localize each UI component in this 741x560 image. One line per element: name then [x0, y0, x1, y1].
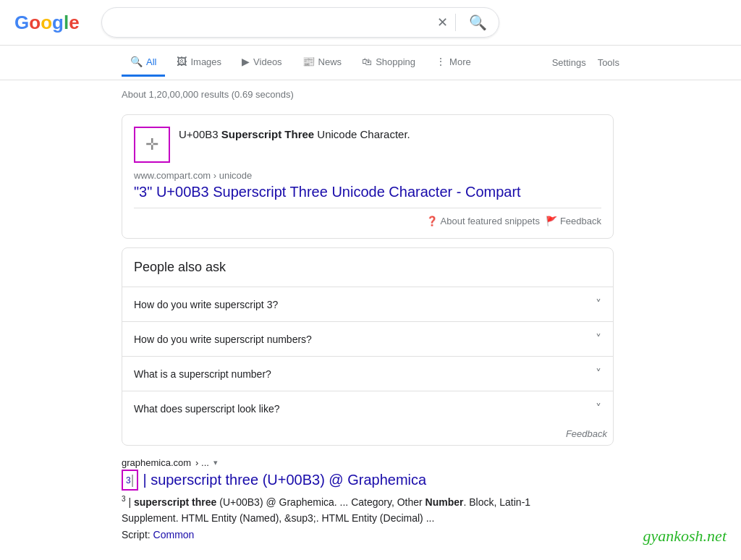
- paa-item-1[interactable]: How do you write superscript numbers? ˅: [122, 321, 613, 356]
- paa-question-1: How do you write superscript numbers?: [134, 334, 312, 345]
- nav-right: Settings Tools: [552, 57, 619, 68]
- shopping-icon: 🛍: [362, 56, 372, 67]
- more-icon: ⋮: [436, 56, 446, 67]
- results-info: About 1,20,00,000 results (0.69 seconds): [0, 83, 741, 106]
- result-dropdown-icon[interactable]: ▾: [213, 458, 218, 467]
- result-attribute-value[interactable]: Common: [153, 529, 195, 540]
- chevron-down-icon-1: ˅: [596, 332, 601, 346]
- result-snippet: 3 | superscript three (U+00B3) @ Graphem…: [122, 493, 614, 526]
- tab-shopping-label: Shopping: [376, 56, 415, 67]
- pipe-char: |: [131, 472, 135, 488]
- paa-question-0: How do you write superscript 3?: [134, 299, 278, 310]
- superscript-3-icon: 3: [126, 475, 131, 485]
- result-attribute: Script: Common: [122, 529, 614, 540]
- snippet-post-text: Unicode Character.: [314, 128, 410, 140]
- header: Google 3 NUMBER SUPERSCRIPT ✕ 🔍: [0, 0, 741, 46]
- tab-shopping[interactable]: 🛍 Shopping: [353, 48, 424, 77]
- tab-more[interactable]: ⋮ More: [427, 48, 480, 77]
- watermark: gyankosh.net: [643, 527, 727, 546]
- images-icon: 🖼: [177, 56, 187, 67]
- paa-question-3: What does superscript look like?: [134, 403, 280, 415]
- snippet-url: www.compart.com › unicode: [134, 170, 601, 181]
- tab-images-label: Images: [190, 56, 221, 67]
- snippet-text: U+00B3 Superscript Three Unicode Charact…: [179, 127, 410, 143]
- paa-item-0[interactable]: How do you write superscript 3? ˅: [122, 287, 613, 321]
- snippet-feedback-link[interactable]: 🚩 Feedback: [546, 216, 601, 226]
- videos-icon: ▶: [242, 56, 250, 67]
- featured-snippet: ✛ U+00B3 Superscript Three Unicode Chara…: [122, 114, 614, 239]
- result-attribute-label: Script:: [122, 529, 153, 540]
- paa-item-2[interactable]: What is a superscript number? ˅: [122, 356, 613, 391]
- result-snippet-line2: Supplement. HTML Entity (Named), &sup3;.…: [122, 512, 434, 524]
- about-snippets-label: About featured snippets: [441, 216, 540, 226]
- paa-question-2: What is a superscript number?: [134, 368, 271, 380]
- snippet-footer: ❓ About featured snippets 🚩 Feedback: [134, 208, 601, 226]
- result-title-link[interactable]: 3 | | superscript three (U+00B3) @ Graph…: [122, 470, 614, 491]
- result-snippet-post: . Block, Latin-1: [464, 496, 531, 508]
- logo-letter-g2: g: [52, 12, 64, 33]
- search-icon[interactable]: 🔍: [469, 14, 487, 31]
- search-bar[interactable]: 3 NUMBER SUPERSCRIPT ✕ 🔍: [101, 7, 499, 38]
- people-also-ask-box: People also ask How do you write supersc…: [122, 247, 614, 446]
- paa-feedback-link[interactable]: Feedback: [122, 425, 613, 445]
- tab-all[interactable]: 🔍 All: [122, 48, 165, 77]
- google-logo: Google: [14, 12, 80, 34]
- chevron-down-icon-2: ˅: [596, 367, 601, 381]
- tab-news-label: News: [318, 56, 342, 67]
- tab-images[interactable]: 🖼 Images: [168, 48, 230, 77]
- result-snippet-super: 3: [122, 495, 126, 503]
- paa-title: People also ask: [122, 248, 613, 287]
- chevron-down-icon-0: ˅: [596, 297, 601, 311]
- logo-letter-g: G: [14, 12, 29, 33]
- search-input[interactable]: 3 NUMBER SUPERSCRIPT: [114, 16, 430, 29]
- flag-icon: 🚩: [546, 216, 557, 226]
- logo-letter-o1: o: [29, 12, 41, 33]
- search-result-graphemica: graphemica.com › ... ▾ 3 | | superscript…: [122, 457, 614, 540]
- snippet-bold-text: Superscript Three: [221, 128, 314, 140]
- snippet-pre-text: U+00B3: [179, 128, 221, 140]
- tab-videos[interactable]: ▶ Videos: [233, 48, 291, 77]
- result-title-text: | superscript three (U+00B3) @ Graphemic…: [143, 472, 426, 488]
- chevron-down-icon-3: ˅: [596, 402, 601, 415]
- news-icon: 📰: [302, 56, 315, 67]
- clear-icon[interactable]: ✕: [437, 14, 448, 30]
- tab-more-label: More: [449, 56, 471, 67]
- tab-all-label: All: [146, 56, 156, 67]
- result-url-path: › ...: [195, 457, 209, 468]
- settings-link[interactable]: Settings: [552, 57, 586, 68]
- snippet-link[interactable]: "3" U+00B3 Superscript Three Unicode Cha…: [134, 184, 601, 200]
- logo-letter-e: e: [69, 12, 79, 33]
- about-snippets-link[interactable]: ❓ About featured snippets: [426, 216, 540, 226]
- tools-link[interactable]: Tools: [598, 57, 619, 68]
- result-snippet-mid: (U+00B3) @ Graphemica. ... Category, Oth…: [216, 496, 425, 508]
- result-title-image-box: 3 |: [122, 470, 138, 491]
- result-snippet-bold1: superscript three: [134, 496, 216, 508]
- all-icon: 🔍: [130, 56, 143, 67]
- result-domain: graphemica.com: [122, 457, 191, 468]
- snippet-feedback-label: Feedback: [560, 216, 601, 226]
- main-content: ✛ U+00B3 Superscript Three Unicode Chara…: [0, 114, 741, 540]
- tab-news[interactable]: 📰 News: [294, 48, 351, 77]
- snippet-image-box: ✛: [134, 127, 170, 163]
- question-icon: ❓: [426, 216, 438, 226]
- nav-tabs: 🔍 All 🖼 Images ▶ Videos 📰 News 🛍 Shoppin…: [0, 46, 741, 80]
- result-snippet-bold2: Number: [425, 496, 464, 508]
- snippet-content: ✛ U+00B3 Superscript Three Unicode Chara…: [134, 127, 601, 163]
- snippet-text-block: U+00B3 Superscript Three Unicode Charact…: [179, 127, 410, 143]
- tab-videos-label: Videos: [253, 56, 282, 67]
- divider: [455, 14, 456, 31]
- logo-letter-o2: o: [41, 12, 52, 33]
- result-snippet-pipe: |: [128, 496, 134, 508]
- paa-item-3[interactable]: What does superscript look like? ˅: [122, 391, 613, 425]
- snippet-icon: ✛: [145, 135, 158, 154]
- result-url-row: graphemica.com › ... ▾: [122, 457, 614, 468]
